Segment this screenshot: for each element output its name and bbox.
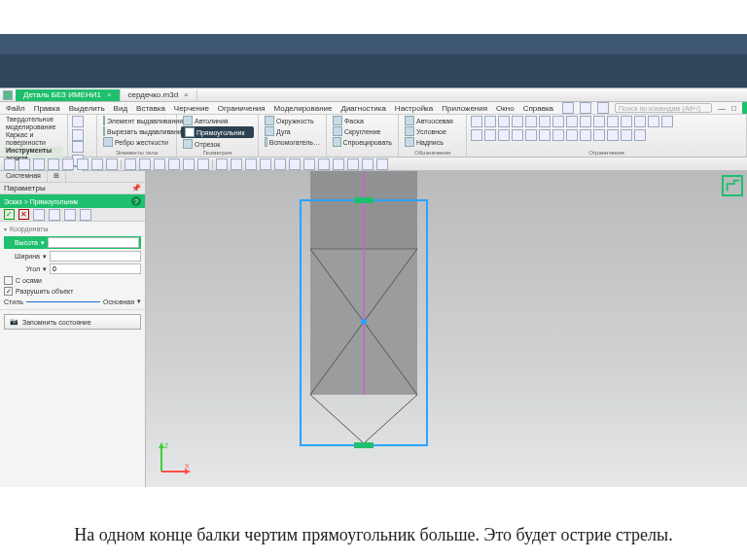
collapse-ribbon-icon[interactable] (742, 102, 747, 114)
view-icon[interactable] (245, 158, 257, 170)
constraint-icon[interactable] (661, 116, 673, 127)
exit-sketch-badge[interactable] (722, 175, 743, 196)
cond-intersect-button[interactable]: Условное (403, 126, 462, 136)
doc-tab-active[interactable]: Деталь БЕЗ ИМЕНИ1 × (16, 89, 121, 101)
constraint-icon[interactable] (552, 129, 564, 141)
view-icon[interactable] (183, 158, 195, 170)
doc-tab[interactable]: сердечко.m3d × (121, 89, 197, 101)
menu-diagnostics[interactable]: Диагностика (340, 104, 385, 113)
command-search[interactable]: Поиск по командам (Alt+/) (615, 103, 712, 113)
with-axes-checkbox[interactable]: С осями (4, 276, 141, 285)
view-icon[interactable] (77, 158, 89, 170)
constraint-icon[interactable] (634, 129, 646, 141)
constraint-icon[interactable] (566, 116, 578, 127)
menu-apps[interactable]: Приложения (442, 104, 487, 113)
cut-extrude-button[interactable]: Вырезать выдавливанием (101, 126, 172, 136)
tool-icon[interactable] (72, 129, 84, 141)
menu-edit[interactable]: Правка (34, 104, 60, 113)
view-icon[interactable] (62, 158, 74, 170)
viewport[interactable]: Z X (146, 171, 747, 487)
view-icon[interactable] (376, 158, 388, 170)
mode-solid[interactable]: Твердотельное (4, 116, 63, 122)
constraint-icon[interactable] (580, 129, 591, 141)
confirm-button[interactable]: ✓ (4, 209, 15, 220)
constraint-icon[interactable] (593, 116, 605, 127)
view-icon[interactable] (260, 158, 271, 170)
height-input[interactable] (48, 237, 139, 248)
tool-icon[interactable] (562, 102, 574, 114)
constraint-icon[interactable] (512, 129, 523, 141)
rectangle-button[interactable]: Прямоугольник (181, 126, 254, 138)
tool-icon[interactable] (80, 209, 91, 221)
view-icon[interactable] (124, 158, 136, 170)
constraint-icon[interactable] (539, 116, 551, 127)
view-icon[interactable] (48, 158, 59, 170)
constraint-icon[interactable] (498, 129, 510, 141)
constraint-icon[interactable] (634, 116, 646, 127)
mode-solid2[interactable]: моделирование (4, 123, 63, 130)
view-icon[interactable] (4, 158, 16, 170)
constraint-icon[interactable] (512, 116, 523, 127)
menu-view[interactable]: Вид (114, 104, 127, 113)
view-icon[interactable] (347, 158, 359, 170)
segment-button[interactable]: Отрезок (181, 139, 254, 149)
menu-select[interactable]: Выделить (69, 104, 105, 113)
view-icon[interactable] (197, 158, 209, 170)
view-icon[interactable] (231, 158, 242, 170)
constraint-icon[interactable] (607, 129, 619, 141)
panel-tab-add[interactable]: ⊞ (48, 171, 66, 182)
mode-frame[interactable]: Каркас и (4, 131, 63, 138)
menu-help[interactable]: Справка (523, 104, 553, 113)
chamfer-button[interactable]: Фаска (331, 116, 394, 125)
menu-window[interactable]: Окно (496, 104, 515, 113)
close-icon[interactable]: × (107, 90, 112, 99)
rib-button[interactable]: Ребро жесткости (101, 137, 172, 147)
constraint-icon[interactable] (525, 116, 537, 127)
view-icon[interactable] (139, 158, 151, 170)
constraint-icon[interactable] (471, 129, 482, 141)
arc-button[interactable]: Дуга (263, 126, 322, 136)
angle-input[interactable] (50, 263, 141, 274)
project-button[interactable]: Спроецировать (331, 137, 394, 147)
constraint-icon[interactable] (648, 116, 659, 127)
pin-icon[interactable]: 📌 (131, 184, 141, 192)
view-icon[interactable] (303, 158, 315, 170)
constraint-icon[interactable] (593, 129, 605, 141)
constraint-icon[interactable] (621, 129, 632, 141)
autoaxis-button[interactable]: Автоосевая (403, 116, 462, 125)
constraint-icon[interactable] (621, 116, 632, 127)
menu-modeling[interactable]: Моделирование (274, 104, 333, 113)
constraint-icon[interactable] (539, 129, 551, 141)
cancel-button[interactable]: ✕ (18, 209, 29, 220)
close-icon[interactable]: × (184, 90, 189, 99)
dropdown-icon[interactable]: ▾ (137, 298, 141, 305)
view-icon[interactable] (274, 158, 286, 170)
maximize-icon[interactable]: □ (731, 104, 736, 113)
tool-icon[interactable] (580, 102, 591, 114)
tool-icon[interactable] (72, 116, 84, 127)
constraint-icon[interactable] (525, 129, 537, 141)
view-icon[interactable] (362, 158, 374, 170)
view-icon[interactable] (168, 158, 180, 170)
tool-icon[interactable] (64, 209, 76, 221)
menu-setup[interactable]: Настройка (395, 104, 433, 113)
menu-draw[interactable]: Черчение (174, 104, 209, 113)
view-icon[interactable] (91, 158, 103, 170)
constraint-icon[interactable] (607, 116, 619, 127)
autoline-button[interactable]: Автолиния (181, 116, 254, 125)
help-icon[interactable]: ? (131, 196, 141, 206)
view-icon[interactable] (333, 158, 344, 170)
tool-icon[interactable] (597, 102, 609, 114)
tool-icon[interactable] (72, 141, 84, 153)
constraint-icon[interactable] (484, 116, 496, 127)
panel-tab-system[interactable]: Системная (0, 171, 48, 182)
menu-insert[interactable]: Вставка (136, 104, 165, 113)
constraint-icon[interactable] (484, 129, 496, 141)
extrude-button[interactable]: Элемент выдавливания (101, 116, 172, 125)
width-input[interactable] (50, 251, 141, 262)
minimize-icon[interactable]: — (718, 104, 726, 113)
constraint-icon[interactable] (552, 116, 564, 127)
tool-icon[interactable] (33, 209, 45, 221)
circle-button[interactable]: Окружность (263, 116, 322, 125)
view-icon[interactable] (289, 158, 301, 170)
